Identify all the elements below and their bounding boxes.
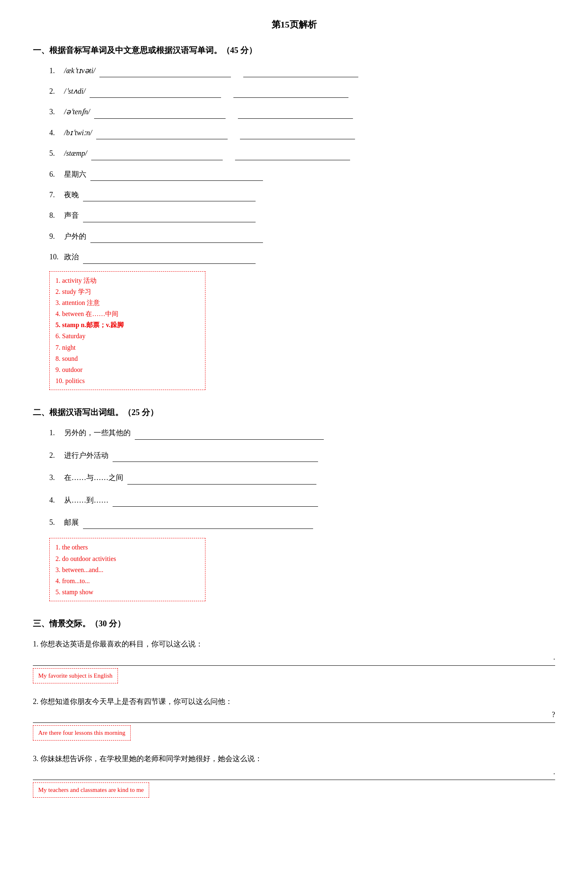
- item-number: 2.: [49, 85, 64, 98]
- list-item: 6. 星期六: [33, 168, 555, 181]
- answer-line: 3. between...and...: [55, 564, 199, 575]
- item-number: 3.: [49, 105, 64, 118]
- answer-line: [83, 528, 313, 529]
- item-number: 4.: [49, 494, 64, 507]
- list-item: 5. /stæmp/: [33, 147, 555, 160]
- answer-line: [90, 97, 221, 98]
- page-title: 第15页解析: [33, 16, 555, 33]
- item-label: 户外的: [64, 230, 86, 243]
- end-mark: .: [553, 765, 556, 778]
- list-item: 3. /əˈtenʃn/: [33, 105, 555, 118]
- section1-answer-box: 1. activity 活动 2. study 学习 3. attention …: [49, 271, 205, 390]
- item-label: /ˈstʌdi/: [64, 85, 85, 98]
- answer-line: [83, 201, 256, 201]
- answer-line: [91, 160, 223, 160]
- list-item: 4. 从……到……: [33, 494, 555, 507]
- answer-box-inline: My teachers and classmates are kind to m…: [33, 782, 149, 798]
- item-number: 9.: [49, 230, 64, 243]
- answer-box-inline: Are there four lessons this morning: [33, 725, 131, 741]
- answer-line: 2. study 学习: [55, 286, 199, 297]
- item-label: /bɪˈtwiːn/: [64, 126, 92, 139]
- item-label: 声音: [64, 209, 79, 222]
- item-number: 7.: [49, 188, 64, 201]
- section2-answer-box: 1. the others 2. do outdoor activities 3…: [49, 538, 205, 601]
- section3-item-2: 2. 你想知道你朋友今天早上是否有四节课，你可以这么问他： ? Are ther…: [33, 695, 555, 741]
- answer-underline: [33, 654, 555, 666]
- list-item: 1. /ækˈtɪvəti/: [33, 64, 555, 77]
- list-item: 9. 户外的: [33, 230, 555, 243]
- item-number: 2.: [49, 449, 64, 462]
- section3-item-1: 1. 你想表达英语是你最喜欢的科目，你可以这么说： . My favorite …: [33, 637, 555, 683]
- answer-line: 7. night: [55, 342, 199, 353]
- list-item: 8. 声音: [33, 209, 555, 222]
- answer-line2: [238, 118, 353, 119]
- answer-line: 5. stamp show: [55, 586, 199, 598]
- section3-item-3: 3. 你妹妹想告诉你，在学校里她的老师和同学对她很好，她会这么说： . My t…: [33, 752, 555, 798]
- answer-line: [83, 222, 256, 222]
- answer-line: 5. stamp n.邮票；v.跺脚: [55, 319, 199, 330]
- item-number: 1.: [49, 64, 64, 77]
- answer-underline: [33, 768, 555, 780]
- answer-line: [113, 462, 318, 462]
- item-label: 邮展: [64, 516, 79, 529]
- item-label: 另外的，一些其他的: [64, 426, 131, 439]
- section1-block: 一、根据音标写单词及中文意思或根据汉语写单词。（45 分） 1. /ækˈtɪv…: [33, 43, 555, 397]
- answer-line: [90, 242, 263, 243]
- section3-header: 三、情景交际。（30 分）: [33, 616, 555, 631]
- answer-line: [94, 118, 226, 119]
- item-number: 3.: [49, 471, 64, 484]
- answer-box-inline: My favorite subject is English: [33, 668, 118, 683]
- answer-line: [99, 77, 231, 77]
- item-label: 在……与……之间: [64, 471, 123, 484]
- item-label: 星期六: [64, 168, 86, 181]
- section3-block: 三、情景交际。（30 分） 1. 你想表达英语是你最喜欢的科目，你可以这么说： …: [33, 616, 555, 798]
- list-item: 2. 进行户外活动: [33, 449, 555, 462]
- answer-line: 8. sound: [55, 353, 199, 364]
- list-item: 4. /bɪˈtwiːn/: [33, 126, 555, 139]
- answer-line2: [243, 77, 358, 77]
- item-number: 6.: [49, 168, 64, 181]
- answer-line: 10. politics: [55, 375, 199, 386]
- answer-line2: [233, 97, 348, 98]
- end-mark: .: [553, 651, 556, 664]
- answer-line: 1. activity 活动: [55, 275, 199, 286]
- answer-line: [113, 506, 318, 507]
- item-number: 10.: [49, 250, 64, 263]
- answer-line: 4. between 在……中间: [55, 308, 199, 319]
- answer-line: [96, 139, 228, 139]
- end-mark: ?: [552, 708, 555, 721]
- answer-underline: [33, 711, 555, 723]
- answer-line: [83, 263, 256, 264]
- list-item: 1. 另外的，一些其他的: [33, 426, 555, 439]
- item-label: 进行户外活动: [64, 449, 108, 462]
- answer-line: 4. from...to...: [55, 575, 199, 586]
- list-item: 7. 夜晚: [33, 188, 555, 201]
- item-number: 5.: [49, 147, 64, 160]
- answer-line2: [235, 160, 350, 160]
- item-number: 4.: [49, 126, 64, 139]
- answer-line: [90, 180, 263, 181]
- answer-line: 9. outdoor: [55, 364, 199, 375]
- question-text: 3. 你妹妹想告诉你，在学校里她的老师和同学对她很好，她会这么说：: [33, 752, 555, 765]
- item-label: 从……到……: [64, 494, 108, 507]
- answer-line2: [240, 139, 355, 139]
- section1-header: 一、根据音标写单词及中文意思或根据汉语写单词。（45 分）: [33, 43, 555, 58]
- item-label: /stæmp/: [64, 147, 87, 160]
- item-number: 5.: [49, 516, 64, 529]
- answer-line: 1. the others: [55, 542, 199, 553]
- answer-line: [135, 439, 324, 440]
- list-item: 3. 在……与……之间: [33, 471, 555, 484]
- item-label: /əˈtenʃn/: [64, 105, 90, 118]
- item-label: 夜晚: [64, 188, 79, 201]
- answer-line: 2. do outdoor activities: [55, 553, 199, 564]
- list-item: 2. /ˈstʌdi/: [33, 85, 555, 98]
- list-item: 5. 邮展: [33, 516, 555, 529]
- list-item: 10. 政治: [33, 250, 555, 263]
- section2-header: 二、根据汉语写出词组。（25 分）: [33, 405, 555, 420]
- answer-line: 6. Saturday: [55, 330, 199, 342]
- question-text: 1. 你想表达英语是你最喜欢的科目，你可以这么说：: [33, 637, 555, 651]
- question-text: 2. 你想知道你朋友今天早上是否有四节课，你可以这么问他：: [33, 695, 555, 708]
- item-number: 1.: [49, 426, 64, 439]
- item-number: 8.: [49, 209, 64, 222]
- answer-line: [127, 484, 316, 485]
